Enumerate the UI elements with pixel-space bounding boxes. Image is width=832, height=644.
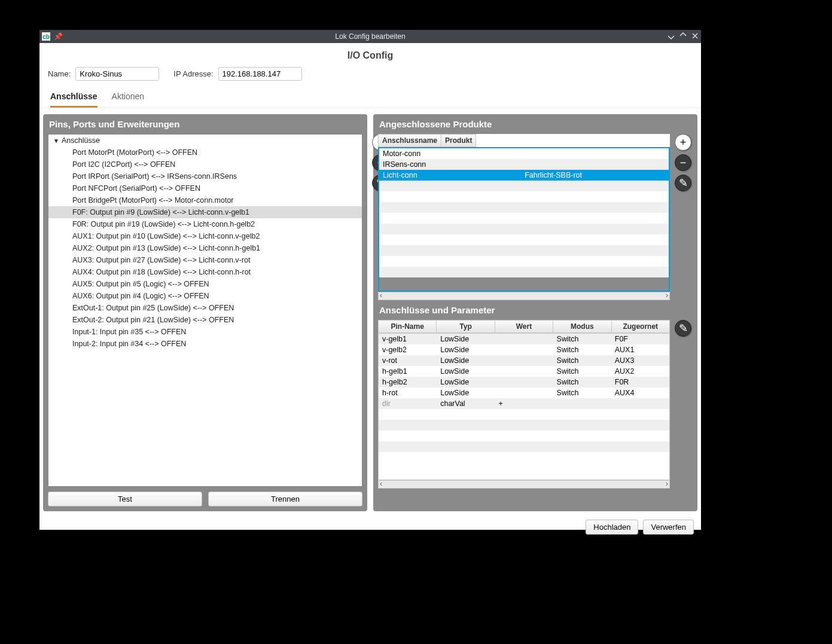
table-row[interactable]: dircharVal+: [379, 398, 669, 409]
table-row: [379, 431, 669, 441]
right-panel: Angeschlossene Produkte Anschlussname Pr…: [373, 114, 697, 511]
edit-icon: ✎: [679, 176, 688, 190]
table-row: [379, 267, 669, 277]
col-zugeordnet[interactable]: Zugeornet: [611, 321, 669, 333]
pins-ports-panel: Pins, Ports und Erweiterungen ▼ Anschlüs…: [43, 114, 367, 511]
ip-label: IP Adresse:: [173, 69, 213, 78]
minus-icon: −: [680, 157, 687, 169]
name-label: Name:: [48, 69, 71, 78]
params-hscroll[interactable]: [378, 480, 670, 489]
col-wert[interactable]: Wert: [495, 321, 553, 333]
params-header: Pin-Name Typ Wert Modus Zugeornet: [378, 320, 670, 333]
table-row: [379, 202, 669, 213]
maximize-icon[interactable]: [679, 32, 687, 41]
table-row[interactable]: v-gelb2LowSideSwitchAUX1: [379, 344, 669, 355]
page-title: I/O Config: [39, 48, 701, 67]
col-typ[interactable]: Typ: [437, 321, 495, 333]
tree-root[interactable]: ▼ Anschlüsse: [48, 135, 362, 146]
tree-item[interactable]: ExtOut-1: Output pin #25 (LowSide) <--> …: [48, 302, 362, 314]
tree-view[interactable]: ▼ Anschlüsse Port MotorPt (MotorPort) <-…: [48, 134, 362, 487]
tree-item[interactable]: AUX2: Output pin #13 (LowSide) <--> Lich…: [48, 242, 362, 254]
tree-item[interactable]: Input-1: Input pin #35 <--> OFFEN: [48, 326, 362, 338]
params-title: Anschlüsse und Parameter: [373, 300, 697, 320]
hochladen-button[interactable]: Hochladen: [586, 520, 638, 535]
tree-item[interactable]: Input-2: Input pin #34 <--> OFFEN: [48, 338, 362, 350]
table-row: [379, 409, 669, 420]
table-row[interactable]: h-rotLowSideSwitchAUX4: [379, 387, 669, 398]
tree-item[interactable]: AUX5: Output pin #5 (Logic) <--> OFFEN: [48, 278, 362, 290]
col-pin-name[interactable]: Pin-Name: [379, 321, 437, 333]
table-row: [379, 420, 669, 431]
tree-item[interactable]: Port NFCPort (SerialPort) <--> OFFEN: [48, 182, 362, 194]
table-row[interactable]: h-gelb1LowSideSwitchAUX2: [379, 366, 669, 377]
window-title: Lok Config bearbeiten: [335, 32, 405, 41]
tree-item[interactable]: ExtOut-2: Output pin #21 (LowSide) <--> …: [48, 314, 362, 326]
table-row[interactable]: Licht-connFahrlicht-SBB-rot: [379, 170, 669, 181]
edit-icon: ✎: [679, 322, 688, 335]
table-row: [379, 256, 669, 267]
table-row[interactable]: v-gelb1LowSideSwitchF0F: [379, 334, 669, 344]
table-row[interactable]: h-gelb2LowSideSwitchF0R: [379, 377, 669, 387]
test-button[interactable]: Test: [48, 492, 202, 506]
verwerfen-button[interactable]: Verwerfen: [643, 520, 694, 535]
name-input[interactable]: [75, 67, 159, 81]
chevron-down-icon[interactable]: ▼: [53, 138, 59, 144]
tree-item[interactable]: Port IRPort (SerialPort) <--> IRSens-con…: [48, 170, 362, 182]
pins-ports-title: Pins, Ports und Erweiterungen: [43, 114, 367, 134]
params-table[interactable]: v-gelb1LowSideSwitchF0Fv-gelb2LowSideSwi…: [378, 333, 670, 480]
products-title: Angeschlossene Produkte: [373, 114, 697, 134]
table-row: [379, 224, 669, 234]
table-row: [379, 181, 669, 191]
trennen-button[interactable]: Trennen: [208, 492, 362, 506]
col-anschlussname[interactable]: Anschlussname: [379, 135, 441, 147]
edit-param-button[interactable]: ✎: [675, 320, 691, 337]
products-table[interactable]: Motor-connIRSens-connLicht-connFahrlicht…: [378, 147, 670, 292]
close-icon[interactable]: [691, 32, 699, 41]
tree-item[interactable]: AUX1: Output pin #10 (LowSide) <--> Lich…: [48, 230, 362, 242]
products-hscroll[interactable]: [378, 292, 670, 300]
tab-anschluesse[interactable]: Anschlüsse: [50, 89, 97, 108]
ip-input[interactable]: [218, 67, 302, 81]
tree-root-label: Anschlüsse: [62, 136, 100, 145]
add-product-button[interactable]: +: [675, 134, 691, 151]
edit-product-button[interactable]: ✎: [675, 175, 691, 191]
table-row: [379, 441, 669, 452]
col-modus[interactable]: Modus: [553, 321, 611, 333]
tree-item[interactable]: Port I2C (I2CPort) <--> OFFEN: [48, 158, 362, 170]
table-row: [379, 234, 669, 245]
tree-item[interactable]: F0F: Output pin #9 (LowSide) <--> Licht-…: [48, 206, 362, 218]
titlebar: cb 📌 Lok Config bearbeiten: [39, 30, 701, 43]
app-icon: cb: [42, 32, 50, 41]
plus-icon: +: [680, 136, 687, 149]
remove-product-button[interactable]: −: [675, 154, 691, 171]
tab-aktionen[interactable]: Aktionen: [112, 89, 144, 108]
tree-item[interactable]: AUX6: Output pin #4 (Logic) <--> OFFEN: [48, 290, 362, 302]
table-row[interactable]: Motor-conn: [379, 148, 669, 159]
table-row: [379, 245, 669, 256]
table-row: [379, 213, 669, 224]
tree-item[interactable]: F0R: Output pin #19 (LowSide) <--> Licht…: [48, 218, 362, 230]
table-row: [379, 191, 669, 202]
tree-item[interactable]: AUX4: Output pin #18 (LowSide) <--> Lich…: [48, 266, 362, 278]
table-row[interactable]: IRSens-conn: [379, 159, 669, 170]
tree-item[interactable]: Port MotorPt (MotorPort) <--> OFFEN: [48, 146, 362, 158]
pin-icon[interactable]: 📌: [54, 32, 63, 41]
minimize-icon[interactable]: [668, 32, 675, 41]
col-produkt[interactable]: Produkt: [441, 135, 476, 147]
table-row: [379, 452, 669, 463]
table-row[interactable]: v-rotLowSideSwitchAUX3: [379, 355, 669, 366]
app-window: cb 📌 Lok Config bearbeiten I/O Config Na…: [39, 30, 701, 530]
tree-item[interactable]: AUX3: Output pin #27 (LowSide) <--> Lich…: [48, 254, 362, 266]
products-header: Anschlussname Produkt: [378, 134, 670, 147]
tab-bar: Anschlüsse Aktionen: [39, 89, 701, 108]
tree-item[interactable]: Port BridgePt (MotorPort) <--> Motor-con…: [48, 194, 362, 206]
